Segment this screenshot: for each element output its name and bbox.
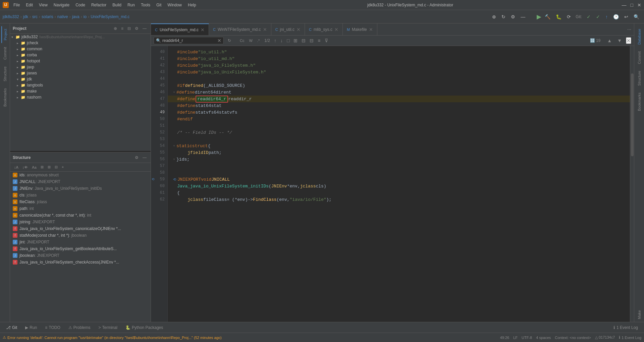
filter-toggle-button[interactable]: ⊞ <box>39 164 45 170</box>
tree-item-4[interactable]: 📁 jaxp <box>10 64 151 70</box>
structure-tab-right[interactable]: Structure <box>636 68 643 89</box>
scrollbar-thumb[interactable] <box>631 73 634 156</box>
tab-close-1[interactable]: ✕ <box>263 27 267 32</box>
code-line-48[interactable]: #define stat64 stat <box>168 102 630 109</box>
struct-item-6[interactable]: o canonicalize(char *, const char *, int… <box>10 212 151 219</box>
sort-visibility-button[interactable]: ↕👁 <box>21 165 30 170</box>
code-line-44[interactable] <box>168 75 630 82</box>
search-filter-button[interactable]: ⊽ <box>323 37 329 44</box>
code-line-56[interactable]: ▾} ids; <box>168 156 630 163</box>
code-line-58[interactable] <box>168 169 630 176</box>
sync-button[interactable]: ↻ <box>499 13 507 21</box>
event-log-button[interactable]: ℹ 1 Event Log <box>619 335 641 340</box>
maximize-button[interactable]: □ <box>631 2 633 8</box>
editor-tab-2[interactable]: C jni_util.c ✕ <box>271 23 305 35</box>
search-input[interactable] <box>162 38 216 43</box>
database-tab[interactable]: Database <box>636 26 643 47</box>
bottom-tab-git[interactable]: ⎇ Git <box>3 324 20 331</box>
git-history-button[interactable]: 🕐 <box>611 13 621 21</box>
bottom-tab-terminal[interactable]: > Terminal <box>95 324 121 331</box>
commit-tab-left[interactable]: Commit <box>2 44 8 62</box>
code-line-51[interactable] <box>168 122 630 129</box>
close-panel-button[interactable]: — <box>519 13 527 21</box>
tree-item-5[interactable]: 📁 jaxws <box>10 70 151 76</box>
struct-item-7[interactable]: J jstring : JNIEXPORT <box>10 219 151 225</box>
menu-item-code[interactable]: Code <box>73 2 88 8</box>
scroll-to-current-button[interactable]: ⌖ <box>60 164 65 170</box>
search-prev-button[interactable]: ↑ <box>273 37 278 44</box>
code-line-62[interactable]: jclass fileClass = (*env)->FindClass(env… <box>168 196 630 203</box>
struct-item-12[interactable]: J jboolean : JNIEXPORT <box>10 252 151 259</box>
run-config-button[interactable]: ⟳ <box>565 13 573 21</box>
git-check-button[interactable]: ✓ <box>585 13 593 21</box>
bottom-tab-problems[interactable]: ⚠ Problems <box>65 324 94 331</box>
editor-tab-1[interactable]: C WinNTFileSystem_md.c ✕ <box>209 23 271 35</box>
menu-item-tools[interactable]: Tools <box>138 2 153 8</box>
expand-button[interactable]: ≡ <box>120 25 125 32</box>
code-line-47[interactable]: #define readdir64_r readdir_r <box>168 96 630 102</box>
bottom-tab-todo[interactable]: ≡ TODO <box>42 324 63 331</box>
struct-item-8[interactable]: f Java_java_io_UnixFileSystem_canonicali… <box>10 225 151 232</box>
bookmarks-tab-left[interactable]: Bookmarks <box>2 86 8 109</box>
struct-item-0[interactable]: o ids : anonymous struct <box>10 172 151 178</box>
struct-item-3[interactable]: o cls : jclass <box>10 192 151 198</box>
breadcrumb-item-4[interactable]: native <box>57 14 68 19</box>
tree-item-2[interactable]: 📁 corba <box>10 52 151 58</box>
make-tab-right[interactable]: Make <box>636 307 643 322</box>
search-opt2-button[interactable]: ⊟ <box>308 37 315 44</box>
struct-hide-button[interactable]: — <box>141 155 148 161</box>
search-clear-button[interactable]: ✕ <box>217 38 221 43</box>
settings-button[interactable]: ⚙ <box>509 13 517 21</box>
git-push-button[interactable]: ↑ <box>603 13 610 21</box>
breadcrumb-item-3[interactable]: solaris <box>42 14 53 19</box>
fold-marker[interactable]: ▾ <box>173 144 175 148</box>
search-refresh-button[interactable]: ↻ <box>226 38 232 44</box>
sort-alpha-button[interactable]: ↕A <box>13 165 20 170</box>
tree-item-7[interactable]: 📁 langtools <box>10 82 151 88</box>
tree-item-6[interactable]: 📁 jdk <box>10 76 151 82</box>
menu-item-file[interactable]: File <box>11 2 22 8</box>
vertical-scrollbar[interactable] <box>630 46 634 322</box>
menu-item-edit[interactable]: Edit <box>23 2 36 8</box>
struct-item-1[interactable]: J JNICALL : JNIEXPORT <box>10 178 151 185</box>
collapse-button[interactable]: ⊟ <box>126 25 132 32</box>
menu-item-refactor[interactable]: Refactor <box>89 2 109 8</box>
breadcrumb-item-5[interactable]: java <box>72 14 79 19</box>
error-status[interactable]: ⚠ Error running 'default': Cannot run pr… <box>3 335 222 340</box>
search-match-button[interactable]: ⊞ <box>292 37 299 44</box>
struct-settings-button[interactable]: ⚙ <box>133 155 140 161</box>
breadcrumb-item-6[interactable]: io <box>84 14 87 19</box>
editor-tab-3[interactable]: C mlib_sys.c ✕ <box>305 23 343 35</box>
search-list-button[interactable]: ≡ <box>316 37 322 44</box>
menu-item-navigate[interactable]: Navigate <box>51 2 72 8</box>
collapse-all-button[interactable]: ⊟ <box>53 164 59 170</box>
bookmarks-tab-right[interactable]: Bookmarks <box>636 90 643 114</box>
fold-marker[interactable]: ▾ <box>173 90 175 94</box>
tree-item-9[interactable]: 📁 nashorn <box>10 94 151 100</box>
breadcrumb-item-7[interactable]: UnixFileSystem_md.c <box>91 14 129 19</box>
build-button[interactable]: 🔨 <box>543 13 552 21</box>
breadcrumb-item-0[interactable]: jdk8u332 <box>3 14 19 19</box>
code-line-55[interactable]: jfieldID path; <box>168 149 630 156</box>
menu-item-view[interactable]: View <box>36 2 50 8</box>
undo-button[interactable]: ↩ <box>622 13 630 21</box>
code-line-60[interactable]: Java_java_io_UnixFileSystem_initIDs(JNIE… <box>168 183 630 189</box>
code-line-61[interactable]: { <box>168 189 630 196</box>
cursor-position[interactable]: 49:26 <box>500 336 509 340</box>
tree-item-1[interactable]: 📁 common <box>10 46 151 52</box>
breadcrumb-item-2[interactable]: src <box>32 14 38 19</box>
bottom-tab-python-packages[interactable]: 🐍 Python Packages <box>122 324 166 331</box>
locate-button[interactable]: ⊕ <box>112 25 118 32</box>
hide-panel-button[interactable]: — <box>141 25 148 32</box>
search-bar-close-button[interactable]: ✕ <box>626 37 631 44</box>
code-line-43[interactable]: #include "java_io_UnixFileSystem.h" <box>168 69 630 75</box>
line-ending[interactable]: LF <box>513 336 518 340</box>
search-next-button[interactable]: ↓ <box>279 37 284 44</box>
code-line-57[interactable] <box>168 163 630 169</box>
code-line-59[interactable]: ⟲JNIEXPORT void JNICALL <box>168 176 630 183</box>
tree-item-0[interactable]: 📁 jcheck <box>10 40 151 46</box>
tab-close-4[interactable]: ✕ <box>369 27 373 32</box>
tree-item-3[interactable]: 📁 hotspot <box>10 58 151 64</box>
code-line-45[interactable]: #if defined(_ALLBSD_SOURCE) <box>168 82 630 89</box>
charset[interactable]: UTF-8 <box>522 336 532 340</box>
